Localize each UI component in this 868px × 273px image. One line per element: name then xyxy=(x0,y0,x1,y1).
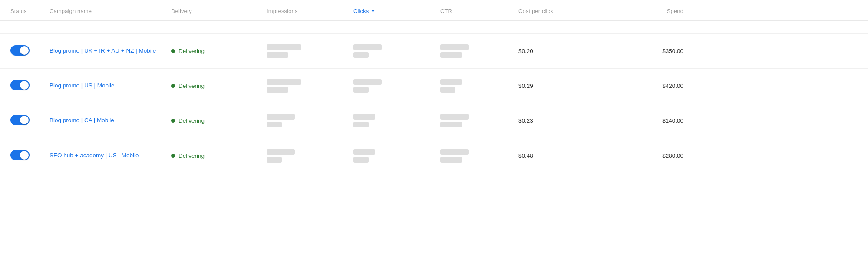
campaign-toggle-4[interactable] xyxy=(10,150,30,160)
delivery-dot-3 xyxy=(171,119,175,123)
campaign-name-2[interactable]: Blog promo | US | Mobile xyxy=(50,82,171,90)
blur-bar xyxy=(353,149,375,155)
delivery-cell-1: Delivering xyxy=(171,48,267,54)
delivery-cell-2: Delivering xyxy=(171,83,267,89)
header-status[interactable]: Status xyxy=(10,8,50,14)
blur-bar xyxy=(267,52,288,58)
blur-bar xyxy=(353,79,382,85)
delivery-label-2: Delivering xyxy=(178,83,205,89)
campaign-toggle-3[interactable] xyxy=(10,115,30,125)
blur-bar xyxy=(267,122,282,127)
ctr-cell-4 xyxy=(440,149,518,163)
header-clicks[interactable]: Clicks xyxy=(353,8,440,14)
toggle-cell-2 xyxy=(10,80,50,92)
cost-per-click-3: $0.23 xyxy=(518,117,614,124)
blur-bar xyxy=(440,52,462,58)
clicks-cell-1 xyxy=(353,44,440,58)
blur-bar xyxy=(440,44,469,50)
clicks-cell-2 xyxy=(353,79,440,93)
blur-bar xyxy=(440,149,469,155)
header-campaign-name[interactable]: Campaign name xyxy=(50,8,171,14)
header-impressions[interactable]: Impressions xyxy=(267,8,353,14)
blur-bar xyxy=(440,87,455,93)
delivery-cell-3: Delivering xyxy=(171,117,267,124)
table-row: Blog promo | UK + IR + AU + NZ | Mobile … xyxy=(0,34,868,69)
blur-bar xyxy=(267,87,288,93)
campaigns-table: Status Campaign name Delivery Impression… xyxy=(0,0,868,273)
header-spacer xyxy=(0,21,868,34)
toggle-cell-1 xyxy=(10,45,50,57)
campaign-toggle-2[interactable] xyxy=(10,80,30,90)
cost-per-click-1: $0.20 xyxy=(518,48,614,54)
campaign-name-4[interactable]: SEO hub + academy | US | Mobile xyxy=(50,152,171,160)
blur-bar xyxy=(440,122,462,127)
blur-bar xyxy=(353,157,369,163)
blur-bar xyxy=(440,157,462,163)
delivery-label-4: Delivering xyxy=(178,153,205,159)
table-header: Status Campaign name Delivery Impression… xyxy=(0,0,868,21)
spend-2: $420.00 xyxy=(614,83,683,89)
blur-bar xyxy=(353,122,369,127)
header-cost-per-click[interactable]: Cost per click xyxy=(518,8,614,14)
delivery-dot-4 xyxy=(171,154,175,158)
campaign-name-1[interactable]: Blog promo | UK + IR + AU + NZ | Mobile xyxy=(50,47,171,55)
table-row: Blog promo | CA | Mobile Delivering $0.2… xyxy=(0,103,868,138)
campaign-name-3[interactable]: Blog promo | CA | Mobile xyxy=(50,117,171,125)
toggle-thumb-1 xyxy=(20,46,29,55)
toggle-cell-4 xyxy=(10,150,50,162)
impressions-cell-2 xyxy=(267,79,353,93)
header-spend[interactable]: Spend xyxy=(614,8,683,14)
blur-bar xyxy=(267,114,295,120)
cost-per-click-4: $0.48 xyxy=(518,153,614,159)
ctr-cell-3 xyxy=(440,114,518,127)
delivery-label-1: Delivering xyxy=(178,48,205,54)
campaign-toggle-1[interactable] xyxy=(10,45,30,56)
clicks-cell-4 xyxy=(353,149,440,163)
table-row: Blog promo | US | Mobile Delivering $0.2… xyxy=(0,69,868,103)
delivery-dot-1 xyxy=(171,49,175,53)
ctr-cell-1 xyxy=(440,44,518,58)
ctr-cell-2 xyxy=(440,79,518,93)
toggle-thumb-2 xyxy=(20,81,29,90)
blur-bar xyxy=(353,114,375,120)
delivery-dot-2 xyxy=(171,84,175,88)
delivery-label-3: Delivering xyxy=(178,117,205,124)
spend-1: $350.00 xyxy=(614,48,683,54)
header-delivery[interactable]: Delivery xyxy=(171,8,267,14)
blur-bar xyxy=(440,114,469,120)
impressions-cell-1 xyxy=(267,44,353,58)
toggle-cell-3 xyxy=(10,115,50,127)
clicks-label: Clicks xyxy=(353,8,369,14)
impressions-cell-4 xyxy=(267,149,353,163)
impressions-cell-3 xyxy=(267,114,353,127)
blur-bar xyxy=(353,87,369,93)
blur-bar xyxy=(267,157,282,163)
blur-bar xyxy=(440,79,462,85)
toggle-thumb-3 xyxy=(20,116,29,124)
delivery-cell-4: Delivering xyxy=(171,153,267,159)
blur-bar xyxy=(267,149,295,155)
spend-3: $140.00 xyxy=(614,117,683,124)
cost-per-click-2: $0.29 xyxy=(518,83,614,89)
blur-bar xyxy=(267,44,301,50)
blur-bar xyxy=(353,52,369,58)
spend-4: $280.00 xyxy=(614,153,683,159)
header-ctr[interactable]: CTR xyxy=(440,8,518,14)
blur-bar xyxy=(267,79,301,85)
blur-bar xyxy=(353,44,382,50)
table-row: SEO hub + academy | US | Mobile Deliveri… xyxy=(0,138,868,173)
clicks-cell-3 xyxy=(353,114,440,127)
toggle-thumb-4 xyxy=(20,151,29,160)
clicks-sort-icon xyxy=(371,10,375,12)
